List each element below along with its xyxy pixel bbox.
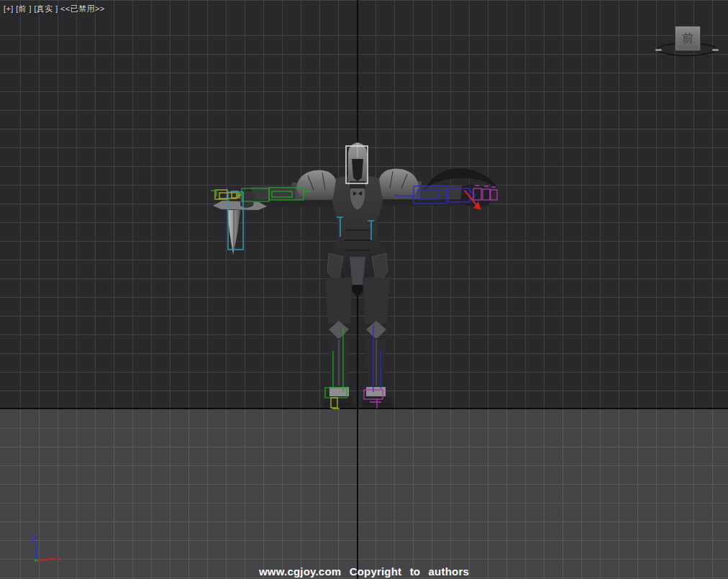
watermark: www.cgjoy.com Copyright to authors bbox=[0, 565, 728, 578]
right-thigh bbox=[363, 278, 390, 324]
right-shoulder-pad[interactable] bbox=[379, 169, 419, 199]
axis-x-line bbox=[37, 558, 55, 561]
left-shoulder-pad[interactable] bbox=[296, 170, 336, 200]
left-thigh bbox=[325, 278, 352, 324]
left-hand[interactable] bbox=[240, 191, 255, 208]
viewport-label[interactable]: [+] [前 ] [真实 ] <<已禁用>> bbox=[4, 4, 105, 14]
viewport[interactable]: [+] [前 ] [真实 ] <<已禁用>> 前 bbox=[0, 0, 728, 579]
character-model[interactable] bbox=[213, 142, 499, 408]
axis-y-dot bbox=[35, 559, 37, 562]
axis-x-label: x bbox=[57, 555, 60, 562]
left-leg[interactable] bbox=[323, 278, 354, 408]
axis-gizmo: Z x bbox=[32, 535, 60, 562]
scene-canvas: Z x bbox=[0, 0, 728, 579]
left-ankle-band bbox=[329, 387, 349, 396]
right-leg[interactable] bbox=[362, 278, 393, 408]
axis-z-label: Z bbox=[32, 535, 37, 544]
neck-gorget bbox=[350, 181, 365, 188]
